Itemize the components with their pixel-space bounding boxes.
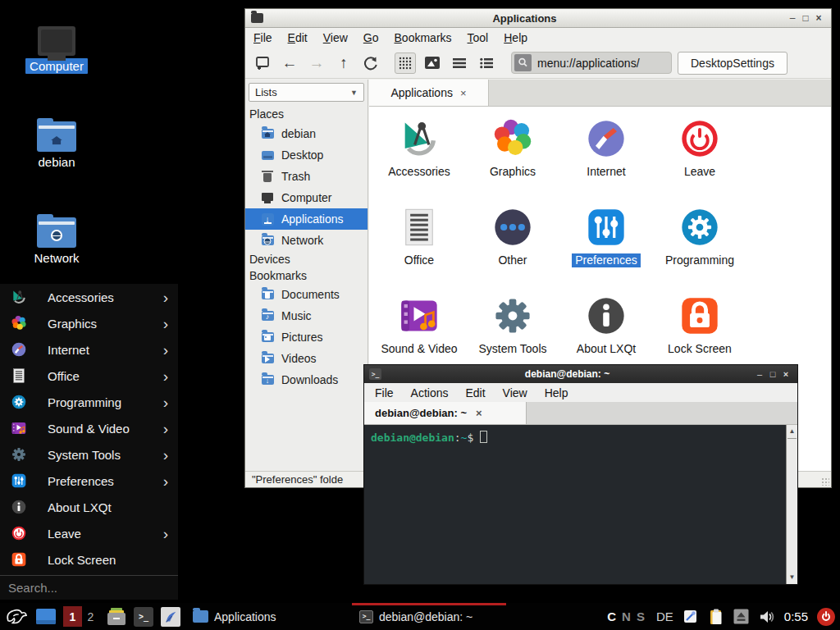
folder-internet[interactable]: Internet	[559, 116, 653, 179]
menu-help[interactable]: Help	[504, 31, 527, 44]
keyboard-layout-indicator[interactable]: DE	[656, 609, 673, 623]
icon-view-button[interactable]	[395, 52, 416, 74]
menu-item-preferences[interactable]: Preferences	[0, 468, 178, 494]
screenshot-tray-icon[interactable]	[682, 609, 699, 625]
back-button[interactable]	[279, 52, 300, 74]
menu-file[interactable]: File	[253, 31, 272, 44]
desktop-icon-computer[interactable]: Computer	[16, 18, 98, 73]
folder-leave[interactable]: Leave	[653, 116, 746, 179]
terminal-output[interactable]: debian@debian:~$	[364, 425, 786, 584]
sidebar-mode-selector[interactable]: Lists ▼	[249, 83, 364, 102]
menu-item-accessories[interactable]: Accessories	[0, 284, 178, 310]
sidebar-item-music[interactable]: ♪ Music	[245, 305, 368, 326]
sidebar-item-debian[interactable]: debian	[245, 123, 368, 144]
file-manager-launcher[interactable]	[107, 607, 126, 627]
main-menu-button[interactable]	[4, 605, 29, 628]
folder-other[interactable]: Other	[466, 205, 559, 267]
folder-system-tools[interactable]: System Tools	[466, 294, 559, 356]
file-manager-titlebar[interactable]: Applications	[245, 9, 831, 28]
folder-graphics[interactable]: Graphics	[466, 116, 559, 179]
minimize-button[interactable]	[786, 13, 799, 23]
eject-tray-icon[interactable]	[733, 609, 750, 625]
menu-item-internet[interactable]: Internet	[0, 336, 178, 363]
task-terminal[interactable]: >_ debian@debian: ~	[352, 603, 506, 630]
menu-edit[interactable]: Edit	[465, 386, 485, 399]
menu-go[interactable]: Go	[363, 31, 379, 44]
tab-close-icon[interactable]	[476, 407, 482, 419]
folder-programming[interactable]: Programming	[653, 205, 746, 267]
caps-lock-indicator: C	[607, 609, 616, 623]
sidebar-item-pictures[interactable]: Pictures	[245, 326, 368, 348]
sidebar-item-trash[interactable]: Trash	[245, 166, 368, 187]
tab-applications[interactable]: Applications	[369, 80, 489, 106]
minimize-button[interactable]	[753, 370, 766, 379]
sidebar-item-network[interactable]: Network	[245, 230, 368, 251]
folder-preferences[interactable]: Preferences	[559, 205, 653, 267]
sidebar-item-downloads[interactable]: ↓ Downloads	[245, 369, 368, 390]
show-desktop-button[interactable]	[36, 609, 56, 624]
desktop-icon-debian[interactable]: debian	[16, 114, 98, 169]
task-applications[interactable]: Applications	[185, 603, 352, 630]
menu-view[interactable]: View	[503, 386, 527, 399]
volume-icon[interactable]	[759, 609, 775, 625]
sidebar-item-videos[interactable]: Videos	[245, 348, 368, 369]
resize-grip[interactable]	[821, 477, 829, 486]
menu-file[interactable]: File	[375, 386, 394, 399]
folder-sound-video[interactable]: Sound & Video	[372, 294, 466, 356]
terminal-tab[interactable]: debian@debian: ~	[364, 402, 527, 424]
sidebar-item-computer[interactable]: Computer	[245, 187, 368, 208]
power-button[interactable]	[817, 608, 835, 626]
scroll-down-icon[interactable]: ▼	[787, 572, 797, 583]
new-tab-button[interactable]	[252, 52, 273, 74]
detailed-list-view-button[interactable]	[476, 52, 497, 74]
thumbnail-view-button[interactable]	[422, 52, 443, 74]
menu-item-system-tools[interactable]: System Tools	[0, 441, 178, 468]
clock[interactable]: 0:55	[784, 609, 808, 623]
menu-item-leave[interactable]: Leave	[0, 520, 178, 546]
terminal-titlebar[interactable]: >_ debian@debian: ~	[364, 365, 797, 383]
menu-search-input[interactable]: Search...	[0, 575, 178, 599]
menu-bookmarks[interactable]: Bookmarks	[395, 31, 452, 44]
up-button[interactable]	[333, 52, 354, 74]
terminal-launcher[interactable]: >_	[134, 607, 153, 627]
menu-item-about-lxqt[interactable]: About LXQt	[0, 494, 178, 520]
folder-accessories[interactable]: Accessories	[372, 116, 466, 179]
desktop-icon	[261, 148, 274, 162]
forward-button[interactable]	[306, 52, 327, 74]
compact-view-button[interactable]	[449, 52, 470, 74]
desktop-settings-button[interactable]: DesktopSettings	[678, 52, 788, 75]
tab-close-icon[interactable]	[460, 87, 467, 99]
menu-item-programming[interactable]: Programming	[0, 389, 178, 415]
address-bar[interactable]: menu://applications/	[511, 52, 672, 74]
menu-item-office[interactable]: Office	[0, 363, 178, 389]
sidebar-item-documents[interactable]: Documents	[245, 284, 368, 305]
desktop-icon-network[interactable]: Network	[16, 210, 98, 265]
office-icon	[10, 367, 28, 385]
workspace-1-button[interactable]: 1	[63, 606, 82, 627]
close-button[interactable]	[779, 370, 792, 379]
menu-tool[interactable]: Tool	[468, 31, 489, 44]
maximize-button[interactable]	[799, 13, 812, 23]
scroll-up-icon[interactable]: ▲	[787, 426, 797, 437]
menu-item-sound-video[interactable]: Sound & Video	[0, 415, 178, 441]
menu-edit[interactable]: Edit	[288, 31, 308, 44]
folder-office[interactable]: Office	[372, 205, 466, 267]
menu-item-lock-screen[interactable]: Lock Screen	[0, 546, 178, 573]
folder-about-lxqt[interactable]: About LXQt	[559, 294, 653, 356]
maximize-button[interactable]	[766, 370, 779, 379]
menu-view[interactable]: View	[323, 31, 348, 44]
terminal-scrollbar[interactable]: ▲ ▼	[786, 425, 797, 584]
menu-item-graphics[interactable]: Graphics	[0, 310, 178, 336]
address-text: menu://applications/	[532, 57, 640, 70]
reload-button[interactable]	[360, 52, 381, 74]
sidebar-item-applications[interactable]: ↓ Applications	[245, 208, 368, 230]
other-icon	[491, 205, 535, 249]
folder-lock-screen[interactable]: Lock Screen	[653, 294, 746, 356]
close-button[interactable]	[812, 13, 825, 23]
clipboard-tray-icon[interactable]	[708, 609, 724, 625]
menu-actions[interactable]: Actions	[411, 386, 449, 399]
menu-help[interactable]: Help	[545, 386, 568, 399]
sidebar-item-desktop[interactable]: Desktop	[245, 144, 368, 166]
featherpad-launcher[interactable]	[161, 607, 180, 627]
workspace-2-button[interactable]: 2	[82, 610, 99, 623]
